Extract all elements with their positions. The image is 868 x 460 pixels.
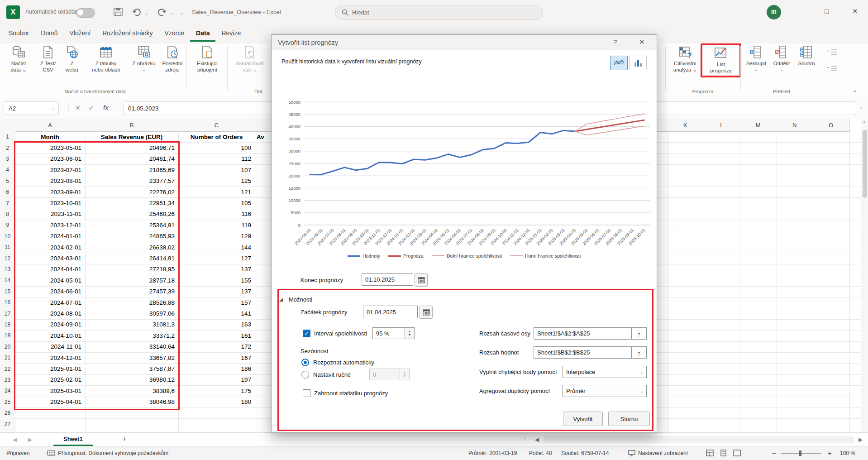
- status-display-settings[interactable]: Nastavení zobrazení: [638, 450, 688, 456]
- scroll-up-arrow[interactable]: ˄: [863, 120, 865, 125]
- dialog-help-icon[interactable]: ?: [613, 38, 617, 46]
- column-header-A[interactable]: A: [15, 119, 86, 132]
- ribbon-button-souhrn[interactable]: Souhrn: [794, 45, 819, 67]
- status-accessibility[interactable]: Přístupnost: Dokument vyhovuje požadavků…: [58, 450, 168, 456]
- select-all-corner[interactable]: [0, 119, 15, 132]
- ribbon-button-z-obrazku[interactable]: Z obrázku⌄: [129, 45, 158, 73]
- cell-C9[interactable]: 119: [178, 220, 255, 230]
- redo-dropdown-chevron[interactable]: ⌄: [170, 11, 174, 15]
- redo-icon[interactable]: [156, 7, 167, 18]
- line-chart-toggle[interactable]: [610, 56, 628, 70]
- vertical-scrollbar-thumb[interactable]: [863, 130, 867, 198]
- hide-detail-icon[interactable]: −: [826, 64, 838, 74]
- column-header-M[interactable]: M: [740, 119, 777, 132]
- cell-C23[interactable]: 197: [178, 374, 255, 385]
- ribbon-tab-data[interactable]: Data: [190, 25, 215, 42]
- header-cell-partial-d[interactable]: Av: [257, 131, 272, 142]
- row-header-1[interactable]: 1: [0, 131, 15, 143]
- undo-dropdown-chevron[interactable]: ⌄: [145, 11, 148, 15]
- next-sheet-arrow[interactable]: ▶: [28, 436, 32, 443]
- cell-C12[interactable]: 127: [178, 253, 255, 264]
- cell-C3[interactable]: 112: [178, 153, 255, 164]
- autosave-toggle[interactable]: [76, 8, 95, 18]
- row-header-17[interactable]: 17: [0, 308, 15, 319]
- zoom-in-button[interactable]: +: [828, 449, 832, 457]
- quick-access-more-chevron[interactable]: ⌄: [180, 11, 184, 15]
- forecast-end-input[interactable]: 01.10.2025: [362, 273, 413, 286]
- cell-C24[interactable]: 175: [178, 385, 255, 396]
- cell-C7[interactable]: 105: [178, 197, 255, 208]
- confirm-entry-icon[interactable]: ✓: [89, 104, 94, 111]
- zoom-out-button[interactable]: −: [772, 449, 776, 457]
- row-header-25[interactable]: 25: [0, 397, 15, 408]
- cell-C19[interactable]: 161: [178, 330, 255, 341]
- namebox-splitter-dots[interactable]: ⋮: [65, 104, 72, 111]
- scrollbar-grip-dots[interactable]: ⋮: [522, 436, 528, 442]
- name-box[interactable]: A2 ⌄: [4, 101, 59, 115]
- column-header-K[interactable]: K: [667, 119, 704, 132]
- cell-C13[interactable]: 137: [178, 264, 255, 275]
- cell-C17[interactable]: 141: [178, 308, 255, 319]
- minimize-icon[interactable]: —: [796, 7, 803, 15]
- search-box[interactable]: Hledat: [335, 5, 543, 20]
- show-detail-icon[interactable]: +: [826, 48, 838, 58]
- row-header-8[interactable]: 8: [0, 209, 15, 220]
- ribbon-tab-revize[interactable]: Revize: [215, 25, 247, 40]
- row-header-19[interactable]: 19: [0, 330, 15, 341]
- ribbon-button-aktualizovat-vse[interactable]: Aktualizovatvše ⌄: [229, 45, 271, 73]
- ribbon-button-seskupit[interactable]: Seskupit⌄: [743, 45, 769, 73]
- prev-sheet-arrow[interactable]: ◀: [13, 436, 17, 443]
- ribbon-button-nacist-data[interactable]: Načístdata ⌄: [5, 45, 33, 73]
- horizontal-scrollbar[interactable]: [543, 436, 854, 443]
- row-header-5[interactable]: 5: [0, 176, 15, 187]
- row-header-6[interactable]: 6: [0, 187, 15, 198]
- row-header-23[interactable]: 23: [0, 374, 15, 386]
- cell-C11[interactable]: 144: [178, 242, 255, 253]
- header-cell-month[interactable]: Month: [15, 131, 85, 142]
- column-header-B[interactable]: B: [85, 119, 179, 132]
- cell-C16[interactable]: 157: [178, 297, 255, 308]
- zoom-level[interactable]: 100 %: [840, 450, 855, 456]
- excel-logo-icon[interactable]: X: [6, 5, 20, 19]
- column-header-N[interactable]: N: [777, 119, 814, 132]
- ribbon-button-posledni-zdroje[interactable]: Poslednízdroje: [159, 45, 186, 73]
- cell-C18[interactable]: 163: [178, 319, 255, 330]
- ribbon-button-existujici-pripojeni[interactable]: Existujícípřipojení: [189, 45, 225, 73]
- row-header-21[interactable]: 21: [0, 352, 15, 364]
- column-header-L[interactable]: L: [704, 119, 741, 132]
- ribbon-button-list-prognozy[interactable]: Listprognózy: [701, 43, 741, 77]
- cell-C21[interactable]: 167: [178, 352, 255, 363]
- ribbon-tab-domů[interactable]: Domů: [35, 25, 63, 40]
- cell-C4[interactable]: 107: [178, 164, 255, 175]
- forecast-end-calendar-button[interactable]: [415, 273, 428, 287]
- row-header-4[interactable]: 4: [0, 164, 15, 176]
- cancel-entry-icon[interactable]: ✕: [75, 104, 81, 111]
- cell-C14[interactable]: 155: [178, 275, 255, 286]
- save-icon[interactable]: [113, 7, 124, 17]
- row-header-13[interactable]: 13: [0, 264, 15, 275]
- cell-C20[interactable]: 172: [178, 341, 255, 352]
- close-icon[interactable]: ✕: [852, 7, 858, 15]
- page-break-view-icon[interactable]: [733, 450, 741, 457]
- cell-C22[interactable]: 186: [178, 363, 255, 374]
- column-header-C[interactable]: C: [178, 119, 255, 132]
- row-header-16[interactable]: 16: [0, 297, 15, 308]
- cell-C5[interactable]: 125: [178, 176, 255, 187]
- ribbon-tab-vložení[interactable]: Vložení: [64, 25, 97, 40]
- column-header-O[interactable]: O: [813, 119, 850, 132]
- cell-C25[interactable]: 180: [178, 397, 255, 407]
- ribbon-tab-rozložení-stránky[interactable]: Rozložení stránky: [96, 25, 158, 40]
- row-header-15[interactable]: 15: [0, 286, 15, 297]
- ribbon-button-z-text-csv[interactable]: Z Text/CSV: [35, 45, 61, 73]
- namebox-dropdown-chevron[interactable]: ⌄: [51, 106, 55, 110]
- row-header-27[interactable]: 27: [0, 418, 15, 430]
- sheet-tab-sheet1[interactable]: Sheet1: [53, 433, 93, 446]
- ribbon-button-citlivostni-analyza[interactable]: ?Citlivostníanalýza ⌄: [669, 45, 701, 73]
- cell-C8[interactable]: 116: [178, 209, 255, 220]
- vertical-scrollbar[interactable]: ˄: [861, 119, 868, 432]
- hscroll-right-arrow[interactable]: ▶: [858, 436, 863, 443]
- bar-chart-toggle[interactable]: [629, 56, 647, 70]
- ribbon-button-oddelit[interactable]: Oddělit⌄: [770, 45, 793, 73]
- dialog-close-icon[interactable]: ✕: [639, 38, 645, 46]
- row-header-20[interactable]: 20: [0, 341, 15, 353]
